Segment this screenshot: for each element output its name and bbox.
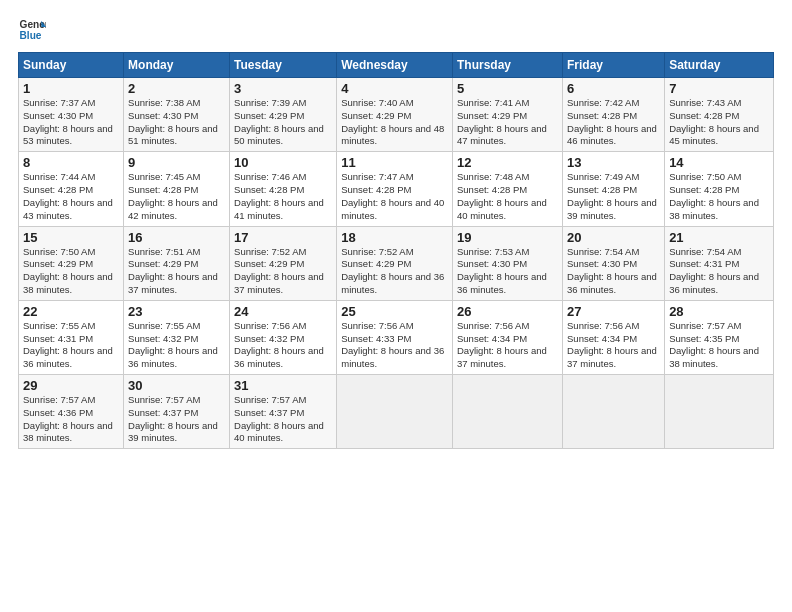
day-number: 31 [234, 378, 332, 393]
day-cell: 14Sunrise: 7:50 AMSunset: 4:28 PMDayligh… [665, 152, 774, 226]
day-number: 2 [128, 81, 225, 96]
day-cell: 2Sunrise: 7:38 AMSunset: 4:30 PMDaylight… [124, 78, 230, 152]
week-row-5: 29Sunrise: 7:57 AMSunset: 4:36 PMDayligh… [19, 375, 774, 449]
day-cell: 15Sunrise: 7:50 AMSunset: 4:29 PMDayligh… [19, 226, 124, 300]
day-cell: 5Sunrise: 7:41 AMSunset: 4:29 PMDaylight… [453, 78, 563, 152]
day-info: Sunrise: 7:51 AMSunset: 4:29 PMDaylight:… [128, 246, 225, 297]
day-cell: 26Sunrise: 7:56 AMSunset: 4:34 PMDayligh… [453, 300, 563, 374]
day-number: 28 [669, 304, 769, 319]
col-header-friday: Friday [563, 53, 665, 78]
day-number: 25 [341, 304, 448, 319]
day-number: 14 [669, 155, 769, 170]
day-number: 15 [23, 230, 119, 245]
day-info: Sunrise: 7:49 AMSunset: 4:28 PMDaylight:… [567, 171, 660, 222]
week-row-3: 15Sunrise: 7:50 AMSunset: 4:29 PMDayligh… [19, 226, 774, 300]
day-info: Sunrise: 7:46 AMSunset: 4:28 PMDaylight:… [234, 171, 332, 222]
day-number: 30 [128, 378, 225, 393]
day-number: 4 [341, 81, 448, 96]
day-info: Sunrise: 7:48 AMSunset: 4:28 PMDaylight:… [457, 171, 558, 222]
day-number: 22 [23, 304, 119, 319]
day-cell: 6Sunrise: 7:42 AMSunset: 4:28 PMDaylight… [563, 78, 665, 152]
day-info: Sunrise: 7:47 AMSunset: 4:28 PMDaylight:… [341, 171, 448, 222]
day-cell: 7Sunrise: 7:43 AMSunset: 4:28 PMDaylight… [665, 78, 774, 152]
day-info: Sunrise: 7:39 AMSunset: 4:29 PMDaylight:… [234, 97, 332, 148]
day-number: 7 [669, 81, 769, 96]
day-cell: 9Sunrise: 7:45 AMSunset: 4:28 PMDaylight… [124, 152, 230, 226]
day-info: Sunrise: 7:40 AMSunset: 4:29 PMDaylight:… [341, 97, 448, 148]
day-cell: 27Sunrise: 7:56 AMSunset: 4:34 PMDayligh… [563, 300, 665, 374]
day-cell: 13Sunrise: 7:49 AMSunset: 4:28 PMDayligh… [563, 152, 665, 226]
day-info: Sunrise: 7:57 AMSunset: 4:37 PMDaylight:… [234, 394, 332, 445]
header-row: SundayMondayTuesdayWednesdayThursdayFrid… [19, 53, 774, 78]
day-number: 19 [457, 230, 558, 245]
col-header-tuesday: Tuesday [230, 53, 337, 78]
day-number: 5 [457, 81, 558, 96]
day-info: Sunrise: 7:52 AMSunset: 4:29 PMDaylight:… [234, 246, 332, 297]
week-row-1: 1Sunrise: 7:37 AMSunset: 4:30 PMDaylight… [19, 78, 774, 152]
day-info: Sunrise: 7:45 AMSunset: 4:28 PMDaylight:… [128, 171, 225, 222]
day-cell: 4Sunrise: 7:40 AMSunset: 4:29 PMDaylight… [337, 78, 453, 152]
page: GeneralBlue SundayMondayTuesdayWednesday… [0, 0, 792, 612]
day-info: Sunrise: 7:54 AMSunset: 4:30 PMDaylight:… [567, 246, 660, 297]
day-info: Sunrise: 7:55 AMSunset: 4:32 PMDaylight:… [128, 320, 225, 371]
day-info: Sunrise: 7:54 AMSunset: 4:31 PMDaylight:… [669, 246, 769, 297]
day-cell: 16Sunrise: 7:51 AMSunset: 4:29 PMDayligh… [124, 226, 230, 300]
day-info: Sunrise: 7:57 AMSunset: 4:36 PMDaylight:… [23, 394, 119, 445]
day-info: Sunrise: 7:57 AMSunset: 4:35 PMDaylight:… [669, 320, 769, 371]
day-number: 16 [128, 230, 225, 245]
day-cell: 21Sunrise: 7:54 AMSunset: 4:31 PMDayligh… [665, 226, 774, 300]
logo: GeneralBlue [18, 16, 46, 44]
col-header-thursday: Thursday [453, 53, 563, 78]
day-number: 23 [128, 304, 225, 319]
day-cell: 28Sunrise: 7:57 AMSunset: 4:35 PMDayligh… [665, 300, 774, 374]
day-number: 18 [341, 230, 448, 245]
day-cell: 12Sunrise: 7:48 AMSunset: 4:28 PMDayligh… [453, 152, 563, 226]
day-cell: 22Sunrise: 7:55 AMSunset: 4:31 PMDayligh… [19, 300, 124, 374]
day-cell: 1Sunrise: 7:37 AMSunset: 4:30 PMDaylight… [19, 78, 124, 152]
day-number: 29 [23, 378, 119, 393]
col-header-sunday: Sunday [19, 53, 124, 78]
day-number: 3 [234, 81, 332, 96]
day-cell [337, 375, 453, 449]
day-info: Sunrise: 7:52 AMSunset: 4:29 PMDaylight:… [341, 246, 448, 297]
day-number: 21 [669, 230, 769, 245]
day-info: Sunrise: 7:53 AMSunset: 4:30 PMDaylight:… [457, 246, 558, 297]
day-number: 27 [567, 304, 660, 319]
day-cell: 11Sunrise: 7:47 AMSunset: 4:28 PMDayligh… [337, 152, 453, 226]
day-info: Sunrise: 7:56 AMSunset: 4:32 PMDaylight:… [234, 320, 332, 371]
day-info: Sunrise: 7:56 AMSunset: 4:34 PMDaylight:… [567, 320, 660, 371]
logo-icon: GeneralBlue [18, 16, 46, 44]
day-info: Sunrise: 7:55 AMSunset: 4:31 PMDaylight:… [23, 320, 119, 371]
col-header-wednesday: Wednesday [337, 53, 453, 78]
calendar-table: SundayMondayTuesdayWednesdayThursdayFrid… [18, 52, 774, 449]
day-cell: 24Sunrise: 7:56 AMSunset: 4:32 PMDayligh… [230, 300, 337, 374]
day-cell [563, 375, 665, 449]
day-cell: 3Sunrise: 7:39 AMSunset: 4:29 PMDaylight… [230, 78, 337, 152]
day-number: 12 [457, 155, 558, 170]
day-number: 13 [567, 155, 660, 170]
day-number: 6 [567, 81, 660, 96]
day-number: 26 [457, 304, 558, 319]
col-header-monday: Monday [124, 53, 230, 78]
day-number: 24 [234, 304, 332, 319]
day-info: Sunrise: 7:38 AMSunset: 4:30 PMDaylight:… [128, 97, 225, 148]
day-cell: 18Sunrise: 7:52 AMSunset: 4:29 PMDayligh… [337, 226, 453, 300]
day-number: 8 [23, 155, 119, 170]
week-row-4: 22Sunrise: 7:55 AMSunset: 4:31 PMDayligh… [19, 300, 774, 374]
day-info: Sunrise: 7:56 AMSunset: 4:34 PMDaylight:… [457, 320, 558, 371]
day-info: Sunrise: 7:43 AMSunset: 4:28 PMDaylight:… [669, 97, 769, 148]
day-cell: 30Sunrise: 7:57 AMSunset: 4:37 PMDayligh… [124, 375, 230, 449]
day-cell: 23Sunrise: 7:55 AMSunset: 4:32 PMDayligh… [124, 300, 230, 374]
day-number: 9 [128, 155, 225, 170]
svg-text:Blue: Blue [20, 30, 42, 41]
day-info: Sunrise: 7:42 AMSunset: 4:28 PMDaylight:… [567, 97, 660, 148]
day-cell: 25Sunrise: 7:56 AMSunset: 4:33 PMDayligh… [337, 300, 453, 374]
day-number: 1 [23, 81, 119, 96]
day-info: Sunrise: 7:37 AMSunset: 4:30 PMDaylight:… [23, 97, 119, 148]
day-cell: 8Sunrise: 7:44 AMSunset: 4:28 PMDaylight… [19, 152, 124, 226]
day-cell: 31Sunrise: 7:57 AMSunset: 4:37 PMDayligh… [230, 375, 337, 449]
day-number: 20 [567, 230, 660, 245]
day-info: Sunrise: 7:44 AMSunset: 4:28 PMDaylight:… [23, 171, 119, 222]
day-info: Sunrise: 7:50 AMSunset: 4:29 PMDaylight:… [23, 246, 119, 297]
day-info: Sunrise: 7:57 AMSunset: 4:37 PMDaylight:… [128, 394, 225, 445]
